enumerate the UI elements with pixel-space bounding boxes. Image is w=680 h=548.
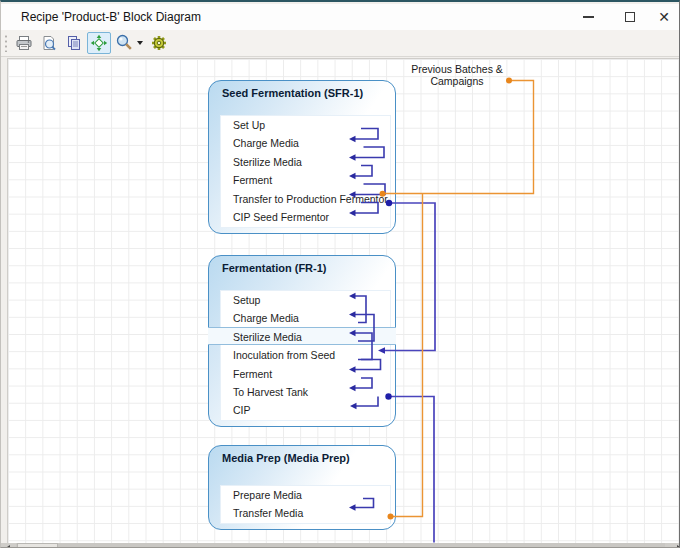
copy-icon: [65, 34, 83, 52]
maximize-icon: [625, 12, 635, 22]
step-to-harvest-tank[interactable]: To Harvest Tank: [221, 383, 390, 401]
step-cip-seed-fermentor[interactable]: CIP Seed Fermentor: [221, 208, 390, 226]
step-cip[interactable]: CIP: [221, 401, 390, 419]
block-seed-fermentation[interactable]: Seed Fermentation (SFR-1) Set Up Charge …: [208, 80, 396, 234]
print-preview-icon: [40, 34, 58, 52]
fit-to-window-button[interactable]: [87, 32, 111, 54]
maximize-button[interactable]: [613, 4, 647, 30]
block-fermentation[interactable]: Fermentation (FR-1) Setup Charge Media S…: [208, 255, 396, 427]
close-button[interactable]: ✕: [647, 4, 680, 30]
minimize-button[interactable]: [571, 4, 605, 30]
copy-button[interactable]: [62, 32, 86, 54]
scrollbar-thumb[interactable]: [17, 543, 58, 548]
annotation-line1: Previous Batches &: [397, 64, 517, 76]
settings-button[interactable]: [147, 32, 171, 54]
gear-icon: [150, 34, 168, 52]
annotation-line2: Campaigns: [397, 76, 517, 88]
step-prepare-media[interactable]: Prepare Media: [221, 486, 390, 504]
step-charge-media[interactable]: Charge Media: [221, 134, 390, 152]
step-sterilize-media[interactable]: Sterilize Media: [221, 153, 390, 171]
scroll-left-button[interactable]: [1, 543, 16, 548]
block-title: Fermentation (FR-1): [222, 262, 327, 274]
window-title: Recipe 'Product-B' Block Diagram: [21, 10, 201, 24]
block-panel: Set Up Charge Media Sterilize Media Ferm…: [220, 115, 391, 228]
zoom-icon: [115, 34, 133, 52]
close-icon: ✕: [658, 10, 670, 24]
fit-to-window-icon: [90, 34, 108, 52]
minimize-icon: [583, 16, 594, 18]
block-title: Seed Fermentation (SFR-1): [222, 87, 363, 99]
step-transfer-to-production-fermentor[interactable]: Transfer to Production Fermentor: [221, 190, 390, 208]
step-charge-media[interactable]: Charge Media: [221, 309, 390, 327]
block-media-prep[interactable]: Media Prep (Media Prep) Prepare Media Tr…: [208, 445, 396, 530]
step-sterilize-media-selected[interactable]: Sterilize Media: [221, 328, 390, 346]
zoom-button[interactable]: [112, 32, 136, 54]
title-bar[interactable]: Recipe 'Product-B' Block Diagram ✕: [1, 4, 679, 30]
step-ferment[interactable]: Ferment: [221, 171, 390, 189]
print-button[interactable]: [12, 32, 36, 54]
zoom-dropdown-caret[interactable]: [137, 41, 143, 45]
step-inoculation-from-seed[interactable]: Inoculation from Seed: [221, 346, 390, 364]
print-preview-button[interactable]: [37, 32, 61, 54]
step-setup[interactable]: Setup: [221, 291, 390, 309]
toolbar: [1, 30, 679, 57]
block-panel: Setup Charge Media Sterilize Media Inocu…: [220, 290, 391, 421]
scroll-left-icon: [7, 545, 10, 548]
step-set-up[interactable]: Set Up: [221, 116, 390, 134]
print-icon: [15, 34, 33, 52]
horizontal-scrollbar[interactable]: [1, 543, 680, 548]
scroll-right-button[interactable]: [665, 543, 680, 548]
toolbar-grip[interactable]: [4, 34, 8, 52]
block-title: Media Prep (Media Prep): [222, 452, 350, 464]
annotation-previous-batches[interactable]: Previous Batches & Campaigns: [397, 64, 517, 87]
step-ferment[interactable]: Ferment: [221, 365, 390, 383]
step-transfer-media[interactable]: Transfer Media: [221, 504, 390, 522]
block-panel: Prepare Media Transfer Media: [220, 485, 391, 524]
